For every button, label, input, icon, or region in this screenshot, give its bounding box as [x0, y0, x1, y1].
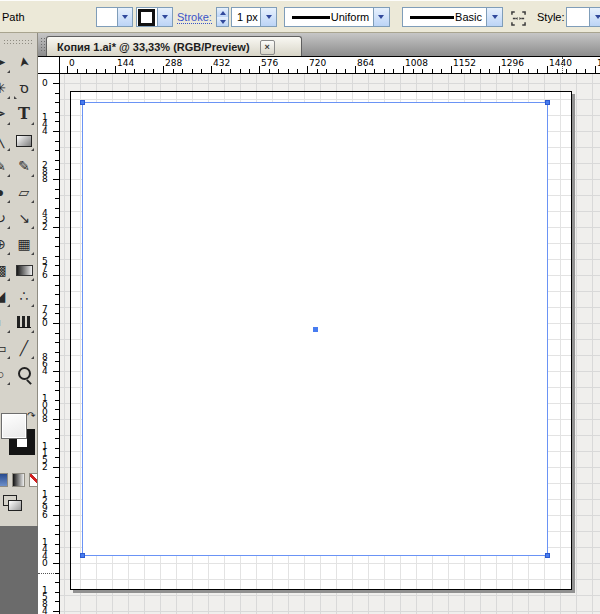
lasso-tool[interactable]: σ: [12, 75, 36, 101]
blend-tool[interactable]: ◐: [0, 309, 12, 335]
ruler-tick: [249, 69, 250, 73]
shape-builder-tool[interactable]: ⊕: [0, 231, 12, 257]
ruler-tick: [55, 189, 59, 190]
ruler-tick: [55, 256, 59, 257]
chevron-down-icon[interactable]: [260, 8, 276, 26]
chevron-down-icon[interactable]: [486, 8, 502, 26]
ruler-tick: [163, 66, 164, 73]
magic-wand-tool[interactable]: ✳: [0, 75, 12, 101]
selection-handle[interactable]: [80, 100, 85, 105]
ruler-tick: [55, 141, 59, 142]
symbol-sprayer-tool[interactable]: ∴: [12, 283, 36, 309]
ruler-tick: [221, 69, 222, 73]
ruler-tick: [259, 66, 260, 73]
perspective-grid-tool[interactable]: ▦: [12, 231, 36, 257]
vertical-ruler[interactable]: 01 4 42 8 84 3 25 7 67 2 08 6 41 0 0 81 …: [38, 74, 60, 614]
fill-color-picker[interactable]: [96, 7, 133, 27]
selection-handle[interactable]: [545, 100, 550, 105]
tab-bar-grip[interactable]: [40, 37, 45, 52]
horizontal-ruler[interactable]: 014428843257672086410081152129614401584: [60, 56, 600, 74]
color-mode-button[interactable]: [0, 473, 8, 487]
stepper-down-icon[interactable]: [217, 17, 228, 26]
screen-mode-button[interactable]: [2, 493, 26, 513]
ruler-tick: [53, 467, 59, 468]
mesh-tool[interactable]: ▩: [0, 257, 12, 283]
document-tab-title: Копия 1.ai* @ 33,33% (RGB/Preview): [57, 41, 250, 53]
tools-panel-grip[interactable]: [3, 39, 34, 45]
style-select[interactable]: [566, 7, 600, 27]
artboard-tool[interactable]: ▭: [0, 335, 12, 361]
ruler-tick: [55, 198, 59, 199]
selection-tool[interactable]: ➤: [9, 48, 38, 76]
ruler-tick: [537, 69, 538, 73]
ruler-tick: [77, 69, 78, 73]
ruler-tick: [336, 69, 337, 73]
stepper-up-icon[interactable]: [217, 8, 228, 17]
rectangle-tool[interactable]: [12, 127, 36, 153]
scale-tool[interactable]: ↘: [12, 205, 36, 231]
ruler-tick: [55, 400, 59, 401]
ruler-tick: [278, 69, 279, 73]
selection-handle[interactable]: [545, 553, 550, 558]
none-mode-button[interactable]: [29, 473, 38, 487]
ruler-tick: [211, 66, 212, 73]
ruler-tick: [55, 304, 59, 305]
style-label: Style:: [537, 11, 565, 23]
control-panel: Path Stroke: 1 px Uniform Basic: [0, 0, 600, 33]
ruler-tick: [441, 69, 442, 73]
selection-handle[interactable]: [80, 553, 85, 558]
ruler-tick: [55, 544, 59, 545]
rotate-tool[interactable]: ↻: [0, 205, 12, 231]
chevron-down-icon[interactable]: [157, 8, 172, 26]
selected-rectangle[interactable]: [82, 102, 548, 556]
ruler-tick: [201, 69, 202, 73]
stroke-color-picker[interactable]: [136, 7, 173, 27]
ruler-tick: [153, 69, 154, 73]
swap-fill-stroke-icon[interactable]: ↷: [27, 410, 35, 421]
pen-tool[interactable]: ✒: [0, 101, 12, 127]
chevron-down-icon[interactable]: [117, 8, 132, 26]
type-tool[interactable]: T: [12, 101, 36, 127]
pencil-tool[interactable]: ✎: [12, 153, 36, 179]
brush-definition-select[interactable]: Basic: [402, 7, 503, 27]
document-tab[interactable]: Копия 1.ai* @ 33,33% (RGB/Preview) ×: [46, 36, 302, 57]
artboard[interactable]: [70, 91, 572, 590]
fill-swatch[interactable]: [97, 8, 117, 26]
ruler-label: 144: [117, 58, 134, 68]
fill-indicator[interactable]: [1, 413, 27, 439]
stroke-panel-link[interactable]: Stroke:: [177, 11, 212, 24]
stroke-square-icon: [138, 9, 155, 26]
ruler-tick: [566, 69, 567, 73]
ruler-tick: [480, 69, 481, 73]
selection-center-point[interactable]: [313, 327, 318, 332]
close-icon[interactable]: ×: [260, 40, 275, 55]
hand-tool[interactable]: ○: [0, 361, 12, 387]
graph-tool[interactable]: [12, 309, 36, 335]
line-segment-tool[interactable]: ╲: [0, 127, 12, 153]
ruler-tick: [230, 69, 231, 73]
slice-tool[interactable]: ╱: [12, 335, 36, 361]
stroke-weight-select[interactable]: 1 px: [231, 7, 277, 27]
stroke-swatch[interactable]: [137, 8, 157, 26]
paintbrush-tool[interactable]: ✎: [0, 153, 12, 179]
tab-bar: Копия 1.ai* @ 33,33% (RGB/Preview) ×: [38, 33, 600, 56]
chevron-down-icon[interactable]: [373, 8, 389, 26]
ruler-tick: [585, 69, 586, 73]
ruler-tick: [470, 69, 471, 73]
eraser-tool[interactable]: ▱: [12, 179, 36, 205]
gradient-mode-button[interactable]: [12, 473, 25, 487]
ruler-tick: [576, 69, 577, 73]
gradient-tool[interactable]: [12, 257, 36, 283]
canvas[interactable]: [60, 74, 600, 614]
ruler-label: 1296: [501, 58, 524, 68]
width-profile-select[interactable]: Uniform: [284, 7, 390, 27]
stroke-weight-stepper[interactable]: [216, 7, 229, 27]
ruler-tick: [55, 265, 59, 266]
chevron-down-icon[interactable]: [589, 8, 600, 26]
zoom-tool[interactable]: [12, 361, 36, 387]
blob-brush-tool[interactable]: ●: [0, 179, 12, 205]
eyedropper-tool[interactable]: ◢: [0, 283, 12, 309]
ruler-tick: [55, 592, 59, 593]
isolate-selected-object-button[interactable]: [508, 8, 529, 29]
ruler-origin-box[interactable]: [38, 56, 60, 74]
